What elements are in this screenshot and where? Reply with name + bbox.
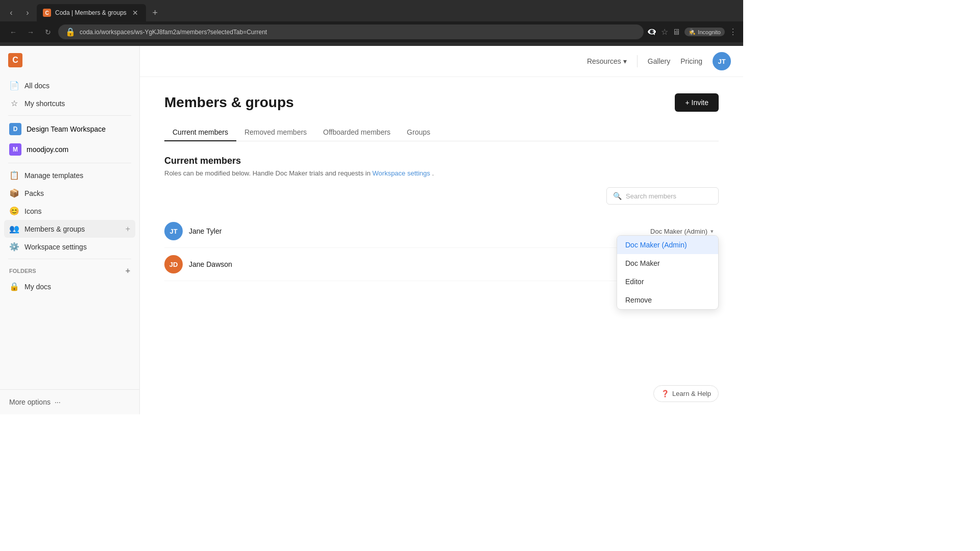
tab-current-members[interactable]: Current members — [164, 124, 236, 141]
sidebar-item-workspace-settings[interactable]: ⚙️ Workspace settings — [4, 238, 135, 256]
sidebar-item-members-groups[interactable]: 👥 Members & groups + — [4, 220, 135, 238]
main-content: Resources ▾ Gallery Pricing JT Members &… — [140, 46, 743, 414]
sidebar: C 📄 All docs ☆ My shortcuts D Design Tea… — [0, 46, 140, 414]
moodjoy-label: moodjoy.com — [27, 145, 130, 154]
tabs-row: Current members Removed members Offboard… — [164, 124, 719, 141]
sidebar-item-packs[interactable]: 📦 Packs — [4, 184, 135, 202]
all-docs-icon: 📄 — [9, 81, 19, 90]
dropdown-item-editor[interactable]: Editor — [617, 272, 718, 291]
dropdown-item-doc-maker[interactable]: Doc Maker — [617, 254, 718, 272]
more-options-icon[interactable]: ⋮ — [729, 27, 737, 37]
tab-removed-members[interactable]: Removed members — [236, 124, 315, 141]
sidebar-divider-2 — [8, 163, 131, 163]
coda-logo-icon: C — [8, 53, 22, 67]
learn-help-icon: ❓ — [661, 390, 669, 397]
packs-icon: 📦 — [9, 188, 19, 198]
sidebar-item-all-docs[interactable]: 📄 All docs — [4, 77, 135, 94]
shortcuts-label: My shortcuts — [24, 99, 130, 108]
section-subtitle: Roles can be modified below. Handle Doc … — [164, 169, 719, 177]
workspace-settings-label: Workspace settings — [24, 243, 130, 251]
incognito-badge: 🕵 Incognito — [684, 28, 725, 36]
manage-templates-label: Manage templates — [24, 171, 130, 180]
url-text: coda.io/workspaces/ws-YgKJ8fam2a/members… — [80, 29, 636, 36]
tab-offboarded-members[interactable]: Offboarded members — [315, 124, 399, 141]
header-divider — [637, 55, 638, 67]
role-dropdown-menu: Doc Maker (Admin) Doc Maker Editor Remov… — [617, 235, 719, 310]
jane-tyler-dropdown-arrow-icon: ▾ — [710, 228, 714, 235]
search-box: 🔍 — [606, 187, 719, 205]
new-tab-button[interactable]: + — [148, 6, 162, 20]
incognito-icon: 🕵 — [689, 29, 696, 35]
add-folder-icon[interactable]: + — [126, 266, 130, 276]
tab-back-button[interactable]: ‹ — [4, 6, 18, 20]
my-docs-label: My docs — [24, 283, 130, 291]
workspace-settings-icon: ⚙️ — [9, 242, 19, 252]
jane-tyler-name: Jane Tyler — [189, 227, 639, 235]
my-docs-icon: 🔒 — [9, 282, 19, 291]
sidebar-item-icons[interactable]: 😊 Icons — [4, 202, 135, 220]
back-button[interactable]: ← — [6, 25, 20, 39]
all-docs-label: All docs — [24, 82, 130, 90]
shortcuts-icon: ☆ — [9, 98, 19, 108]
icons-icon: 😊 — [9, 206, 19, 216]
members-add-icon[interactable]: + — [126, 224, 130, 234]
forward-button[interactable]: → — [23, 25, 38, 39]
tab-title: Coda | Members & groups — [55, 9, 127, 16]
sidebar-divider-3 — [8, 259, 131, 259]
tab-groups[interactable]: Groups — [399, 124, 438, 141]
members-groups-label: Members & groups — [24, 225, 120, 233]
address-bar[interactable]: 🔒 coda.io/workspaces/ws-YgKJ8fam2a/membe… — [58, 24, 644, 39]
sidebar-item-design-team[interactable]: D Design Team Workspace — [4, 119, 135, 139]
manage-templates-icon: 📋 — [9, 170, 19, 180]
search-icon: 🔍 — [613, 192, 622, 200]
sidebar-item-my-shortcuts[interactable]: ☆ My shortcuts — [4, 94, 135, 112]
top-header: Resources ▾ Gallery Pricing JT — [140, 46, 743, 77]
search-input[interactable] — [626, 192, 712, 200]
active-tab[interactable]: C Coda | Members & groups ✕ — [37, 4, 146, 21]
sidebar-item-moodjoy[interactable]: M moodjoy.com — [4, 139, 135, 160]
pricing-link[interactable]: Pricing — [680, 57, 702, 65]
learn-help-label: Learn & Help — [672, 390, 711, 397]
more-options-dots-icon: ··· — [55, 398, 61, 406]
lock-icon: 🔒 — [65, 27, 76, 37]
page-title: Members & groups — [164, 94, 294, 111]
jane-tyler-avatar: JT — [164, 222, 183, 240]
page-body: Members & groups + Invite Current member… — [140, 77, 743, 414]
more-options-label: More options — [9, 398, 51, 406]
dropdown-item-doc-maker-admin[interactable]: Doc Maker (Admin) — [617, 236, 718, 254]
design-team-avatar: D — [9, 123, 21, 135]
members-groups-icon: 👥 — [9, 224, 19, 234]
profile-icon[interactable]: 🖥 — [672, 28, 680, 37]
sidebar-item-manage-templates[interactable]: 📋 Manage templates — [4, 166, 135, 184]
sidebar-divider-1 — [8, 115, 131, 116]
gallery-link[interactable]: Gallery — [648, 57, 670, 65]
page-title-row: Members & groups + Invite — [164, 93, 719, 112]
moodjoy-avatar: M — [9, 143, 21, 156]
icons-label: Icons — [24, 207, 130, 215]
dropdown-item-remove[interactable]: Remove — [617, 291, 718, 309]
tab-forward-button[interactable]: › — [20, 6, 35, 20]
sidebar-item-my-docs[interactable]: 🔒 My docs — [4, 278, 135, 295]
jane-tyler-role-label: Doc Maker (Admin) — [650, 228, 707, 235]
tab-close-button[interactable]: ✕ — [131, 8, 140, 17]
refresh-button[interactable]: ↻ — [41, 25, 55, 39]
user-avatar[interactable]: JT — [713, 52, 731, 70]
packs-label: Packs — [24, 189, 130, 197]
jane-dawson-avatar: JD — [164, 255, 183, 273]
resources-link[interactable]: Resources ▾ — [587, 57, 627, 65]
tab-favicon: C — [43, 9, 51, 17]
extension-icon[interactable]: 👁‍🗨 — [647, 27, 657, 37]
search-row: 🔍 — [164, 187, 719, 205]
invite-button[interactable]: + Invite — [675, 93, 719, 112]
workspace-settings-link[interactable]: Workspace settings — [373, 169, 430, 177]
jane-dawson-name: Jane Dawson — [189, 260, 639, 268]
bookmark-star-icon[interactable]: ☆ — [661, 27, 668, 37]
chevron-down-icon: ▾ — [623, 57, 627, 65]
section-title: Current members — [164, 156, 719, 166]
more-options-button[interactable]: More options ··· — [4, 394, 135, 410]
design-team-label: Design Team Workspace — [27, 125, 130, 133]
folders-section-header: FOLDERS + — [4, 262, 135, 278]
learn-help-button[interactable]: ❓ Learn & Help — [653, 385, 719, 402]
sidebar-bottom: More options ··· — [0, 389, 139, 414]
sidebar-logo[interactable]: C — [0, 46, 139, 74]
